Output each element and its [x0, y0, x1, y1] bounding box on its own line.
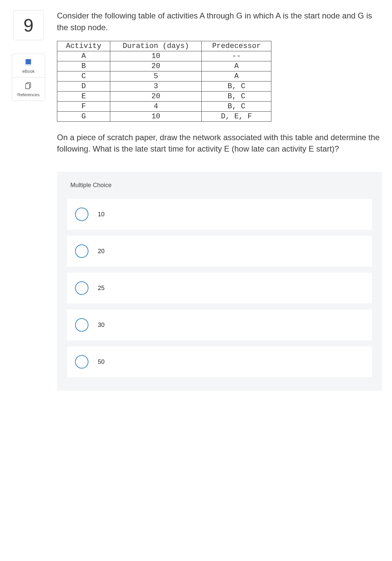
mc-title: Multiple Choice [67, 182, 372, 189]
table-row: F4B, C [57, 101, 271, 111]
table-row: C5A [57, 71, 271, 81]
copy-icon [24, 81, 33, 90]
question-number-box: 9 [13, 10, 44, 40]
table-header-row: Activity Duration (days) Predecessor [57, 41, 271, 51]
question-number: 9 [23, 15, 34, 36]
table-row: G10D, E, F [57, 111, 271, 121]
radio-icon [75, 208, 88, 221]
activity-table: Activity Duration (days) Predecessor A10… [57, 41, 271, 122]
ebook-label: eBook [22, 69, 35, 74]
table-row: D3B, C [57, 81, 271, 91]
radio-icon [75, 244, 88, 258]
col-header-activity: Activity [57, 41, 110, 51]
question-page: 9 eBook [10, 10, 382, 391]
references-label: References [17, 92, 40, 97]
mc-option-label: 50 [98, 358, 105, 366]
mc-option[interactable]: 50 [67, 346, 372, 377]
svg-rect-2 [26, 65, 30, 65]
mc-option-label: 20 [98, 248, 105, 255]
table-row: A10-- [57, 51, 271, 61]
mc-option[interactable]: 10 [67, 199, 372, 230]
col-header-duration: Duration (days) [110, 41, 202, 51]
mc-option[interactable]: 20 [67, 236, 372, 267]
references-button[interactable]: References [12, 77, 45, 101]
col-header-predecessor: Predecessor [202, 41, 271, 51]
prompt-intro: Consider the following table of activiti… [57, 10, 382, 34]
radio-icon [75, 355, 88, 369]
ebook-button[interactable]: eBook [12, 54, 45, 77]
prompt-followup: On a piece of scratch paper, draw the ne… [57, 132, 382, 155]
main-content: Consider the following table of activiti… [57, 10, 382, 391]
table-body: A10-- B20A C5A D3B, C E20B, C F4B, C G10… [57, 51, 271, 121]
mc-option[interactable]: 25 [67, 273, 372, 303]
radio-icon [75, 281, 88, 295]
svg-rect-4 [25, 84, 29, 89]
mc-option-label: 30 [98, 322, 105, 329]
book-icon [24, 58, 33, 67]
radio-icon [75, 318, 88, 332]
table-row: B20A [57, 61, 271, 71]
mc-panel: Multiple Choice 10 20 25 30 [57, 172, 382, 391]
mc-option[interactable]: 30 [67, 310, 372, 340]
tool-stack: eBook References [12, 54, 45, 101]
mc-option-label: 10 [98, 211, 105, 218]
mc-option-label: 25 [98, 285, 105, 292]
sidebar: 9 eBook [10, 10, 47, 391]
mc-options: 10 20 25 30 50 [67, 199, 372, 377]
table-row: E20B, C [57, 91, 271, 101]
